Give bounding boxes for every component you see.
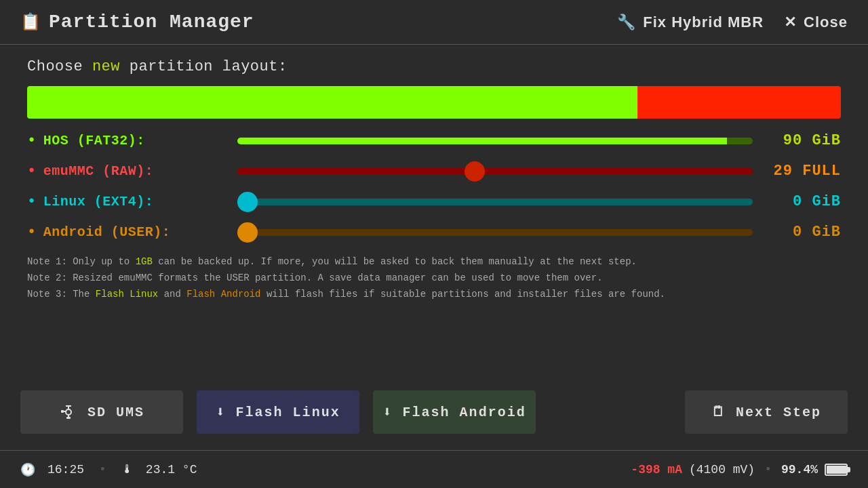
slider-track-emu (237, 168, 753, 175)
slider-thumb-android[interactable] (237, 222, 258, 243)
bar-emu (637, 86, 841, 119)
note3-flash-android[interactable]: Flash Android (186, 289, 260, 300)
slider-value-linux: 0 GiB (753, 193, 841, 210)
slider-track-container-android[interactable] (237, 229, 753, 236)
slider-track-container-linux[interactable] (237, 199, 753, 205)
slider-row-android: • Android (USER): 0 GiB (27, 224, 841, 241)
slider-label-android: • Android (USER): (27, 224, 237, 240)
close-icon: ✕ (784, 14, 797, 31)
choose-prefix: Choose (27, 58, 92, 75)
app-title: Partition Manager (49, 12, 254, 33)
time-display: 16:25 (47, 463, 84, 476)
slider-value-hos: 90 GiB (753, 132, 841, 149)
partition-bar (27, 86, 841, 119)
status-left: 🕐 16:25 • 🌡 23.1 °C (20, 462, 197, 477)
slider-track-linux (237, 199, 753, 205)
note1-link[interactable]: 1GB (136, 256, 153, 267)
slider-track-hos (237, 138, 753, 144)
usb-icon (59, 405, 78, 419)
sd-ums-label: SD UMS (87, 405, 144, 420)
flash-android-label: Flash Android (403, 405, 526, 420)
slider-track-container-hos[interactable] (237, 138, 753, 144)
temp-display: 23.1 °C (146, 463, 197, 476)
clock-icon: 🕐 (20, 462, 35, 477)
slider-label-linux: • Linux (EXT4): (27, 194, 237, 209)
footer-buttons: SD UMS ⬇ Flash Linux ⬇ Flash Android 🗒 N… (0, 381, 868, 443)
sd-ums-button[interactable]: SD UMS (20, 390, 183, 434)
svg-point-0 (66, 409, 71, 415)
dot-linux: • (27, 195, 37, 209)
label-linux: Linux (EXT4): (43, 194, 154, 209)
partition-icon: 📋 (20, 12, 41, 32)
svg-rect-6 (61, 410, 64, 413)
download-linux-icon: ⬇ (216, 403, 226, 422)
header-left: 📋 Partition Manager (20, 12, 254, 33)
fix-icon: 🔧 (617, 14, 636, 31)
choose-suffix: partition layout: (120, 58, 288, 75)
choose-label: Choose new partition layout: (27, 58, 841, 75)
label-hos: HOS (FAT32): (43, 133, 145, 148)
voltage-display: (4100 mV) (689, 463, 755, 476)
note-3: Note 3: The Flash Linux and Flash Androi… (27, 287, 841, 303)
note-2: Note 2: Resized emuMMC formats the USER … (27, 270, 841, 287)
svg-rect-4 (66, 417, 71, 419)
slider-thumb-emu[interactable] (465, 161, 485, 182)
choose-highlight: new (92, 58, 120, 75)
note3-flash-linux[interactable]: Flash Linux (96, 289, 158, 300)
slider-label-hos: • HOS (FAT32): (27, 133, 237, 148)
separator-1: • (99, 463, 106, 476)
next-step-icon: 🗒 (711, 404, 726, 420)
battery-fill (827, 466, 846, 474)
label-emu: emuMMC (RAW): (43, 163, 154, 179)
download-android-icon: ⬇ (382, 403, 393, 422)
dot-emu: • (27, 164, 37, 179)
slider-row-emu: • emuMMC (RAW): 29 FULL (27, 163, 841, 180)
header: 📋 Partition Manager 🔧 Fix Hybrid MBR ✕ C… (0, 0, 868, 45)
status-bar: 🕐 16:25 • 🌡 23.1 °C -398 mA (4100 mV) • … (0, 450, 868, 488)
flash-linux-button[interactable]: ⬇ Flash Linux (197, 390, 359, 434)
separator-2: • (764, 463, 772, 476)
current-display: -398 mA (631, 463, 682, 476)
slider-label-emu: • emuMMC (RAW): (27, 163, 237, 179)
notes: Note 1: Only up to 1GB can be backed up.… (27, 254, 841, 302)
flash-linux-label: Flash Linux (236, 405, 340, 420)
slider-row-hos: • HOS (FAT32): 90 GiB (27, 132, 841, 149)
dot-hos: • (27, 134, 37, 148)
slider-track-android (237, 229, 753, 236)
flash-android-button[interactable]: ⬇ Flash Android (373, 390, 536, 434)
sliders: • HOS (FAT32): 90 GiB • emuMMC (RAW): 29… (27, 132, 841, 241)
close-button[interactable]: ✕ Close (784, 14, 848, 31)
battery-icon (825, 464, 848, 476)
slider-value-emu: 29 FULL (753, 163, 841, 180)
fix-hybrid-mbr-button[interactable]: 🔧 Fix Hybrid MBR (617, 14, 764, 31)
slider-thumb-linux[interactable] (237, 192, 258, 212)
status-right: -398 mA (4100 mV) • 99.4% (631, 463, 848, 476)
bar-hos (27, 86, 637, 119)
dot-android: • (27, 225, 37, 240)
temp-icon: 🌡 (121, 462, 134, 476)
slider-value-android: 0 GiB (753, 224, 841, 241)
header-right: 🔧 Fix Hybrid MBR ✕ Close (617, 14, 848, 31)
next-step-label: Next Step (736, 405, 821, 420)
next-step-button[interactable]: 🗒 Next Step (685, 390, 848, 434)
note-1: Note 1: Only up to 1GB can be backed up.… (27, 254, 841, 270)
slider-row-linux: • Linux (EXT4): 0 GiB (27, 193, 841, 210)
battery-pct-display: 99.4% (781, 463, 818, 476)
slider-track-container-emu[interactable] (237, 168, 753, 175)
main-content: Choose new partition layout: • HOS (FAT3… (0, 45, 868, 316)
label-android: Android (USER): (43, 224, 171, 240)
